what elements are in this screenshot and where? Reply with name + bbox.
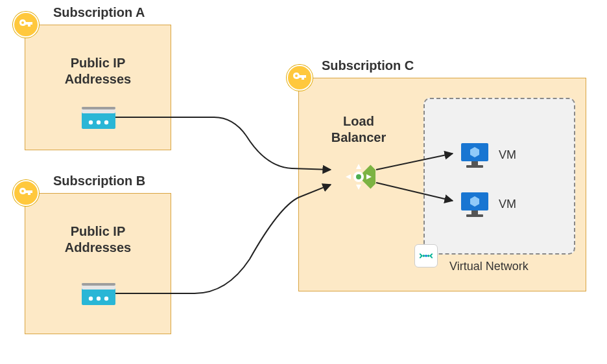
svg-rect-16	[471, 161, 478, 165]
svg-point-9	[89, 297, 93, 301]
svg-rect-17	[466, 165, 483, 168]
subscription-a-box: Public IP Addresses	[25, 25, 171, 150]
load-balancer-icon	[342, 160, 375, 194]
key-icon	[13, 12, 39, 38]
svg-point-23	[423, 255, 425, 257]
svg-point-10	[97, 297, 101, 301]
key-icon	[287, 65, 313, 91]
architecture-diagram: Subscription A Public IP Addresses Subsc…	[0, 0, 607, 364]
virtual-network-box: VM VM	[423, 98, 575, 255]
public-ip-icon	[80, 103, 117, 133]
vm-icon	[460, 190, 490, 220]
subscription-b-box: Public IP Addresses	[25, 193, 171, 334]
load-balancer-label: Load Balancer	[320, 113, 398, 146]
subscription-b-content-label: Public IP Addresses	[25, 223, 171, 256]
svg-rect-21	[466, 214, 483, 217]
vnet-icon	[414, 244, 438, 267]
public-ip-icon	[80, 279, 117, 309]
vm-icon	[460, 141, 490, 170]
subscription-a-title: Subscription A	[53, 5, 145, 20]
subscription-b-title: Subscription B	[53, 174, 145, 188]
svg-point-24	[427, 255, 430, 257]
svg-point-11	[104, 297, 108, 301]
vm-2-label: VM	[499, 198, 516, 211]
svg-point-5	[104, 120, 108, 124]
svg-point-25	[425, 255, 427, 257]
subscription-c-box: Load Balancer	[298, 78, 586, 291]
key-icon	[13, 180, 39, 206]
virtual-network-label: Virtual Network	[449, 260, 529, 273]
svg-point-4	[97, 120, 101, 124]
svg-point-14	[356, 174, 361, 179]
svg-rect-8	[82, 283, 115, 286]
subscription-c-title: Subscription C	[322, 58, 414, 73]
svg-rect-2	[82, 107, 115, 109]
svg-rect-20	[471, 210, 478, 214]
subscription-a-content-label: Public IP Addresses	[25, 55, 171, 87]
vm-1-label: VM	[499, 148, 516, 162]
svg-point-3	[89, 120, 93, 124]
